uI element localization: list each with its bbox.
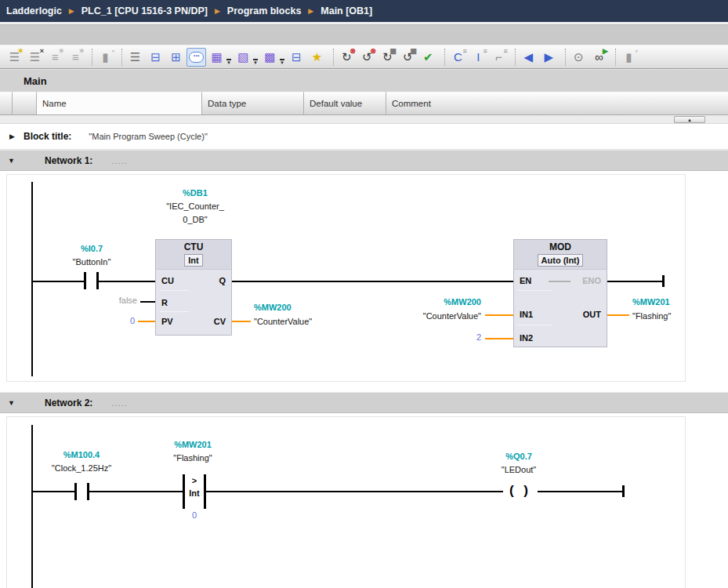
toolbar-separator — [89, 49, 92, 66]
power-rail — [31, 182, 33, 376]
column-header-name[interactable]: Name — [37, 92, 202, 115]
breadcrumb-arrow-icon: ▶ — [69, 7, 74, 15]
synchronize-block-calls-icon[interactable]: ↺▦ — [398, 48, 418, 67]
delete-network-icon[interactable]: ☰× — [25, 48, 45, 67]
mod-in1-operand[interactable]: %MW200 "CounterValue" — [352, 295, 481, 323]
toolbar-separator — [512, 49, 516, 66]
empty-toolbar-band — [0, 25, 728, 45]
compare-value[interactable]: 0 — [185, 509, 204, 522]
compare-operator[interactable]: > — [185, 475, 204, 487]
ctu-counter-block[interactable]: CTU Int CU Q R PV CV — [155, 239, 232, 336]
header-cell-empty-2 — [13, 92, 37, 115]
load-snapshot-icon[interactable]: ▮◦ — [619, 48, 639, 67]
ctu-pin-pv[interactable]: PV — [161, 317, 173, 327]
wire-orange — [607, 314, 629, 316]
contact-symbol[interactable] — [84, 272, 86, 289]
wire-orange — [138, 321, 155, 322]
breadcrumb-item-main-ob1[interactable]: Main [OB1] — [321, 5, 372, 16]
close-all-networks-icon[interactable]: ⊞ — [166, 48, 186, 67]
block-title-value[interactable]: "Main Program Sweep (Cycle)" — [89, 132, 207, 141]
navigate-backward-icon[interactable]: ◀ — [519, 48, 538, 67]
navigate-forward-icon[interactable]: ▶ — [539, 48, 559, 67]
expand-arrow-icon[interactable]: ▶ — [9, 132, 20, 140]
network1-comment-placeholder[interactable]: ..... — [111, 156, 127, 165]
contact-symbol[interactable] — [74, 483, 77, 500]
compare-type[interactable]: Int — [185, 488, 204, 499]
column-header-data-type[interactable]: Data type — [202, 92, 304, 115]
close-branch-icon[interactable]: ▩ — [260, 48, 280, 67]
collapse-interface-button[interactable]: ▲ — [674, 116, 705, 123]
mod-pin-eno[interactable]: ENO — [582, 276, 601, 286]
wire — [538, 491, 624, 492]
block-title-row[interactable]: ▶ Block title: "Main Program Sweep (Cycl… — [0, 124, 728, 150]
eno-dash — [549, 281, 570, 282]
toggle-network-comments-icon[interactable]: ··· — [187, 48, 206, 67]
mod-in2-value[interactable]: 2 — [415, 331, 481, 344]
wire — [607, 281, 664, 282]
mod-pin-out[interactable]: OUT — [583, 310, 601, 320]
update-block-call-icon[interactable]: ↻▦ — [378, 48, 397, 67]
ctu-pin-cu[interactable]: CU — [161, 276, 174, 286]
wire — [206, 491, 503, 492]
call-structure-icon[interactable]: C≡ — [448, 48, 468, 67]
insert-empty-box-icon[interactable]: ▦ — [207, 48, 226, 67]
coil-ledout-operand[interactable]: %Q0.7 "LEDout" — [476, 450, 562, 477]
breadcrumb: Ladderlogic ▶ PLC_1 [CPU 1516-3 PN/DP] ▶… — [0, 0, 728, 22]
power-rail — [31, 425, 33, 588]
goto-previous-error-icon[interactable]: ↻⊗ — [337, 48, 357, 67]
network2-comment-placeholder[interactable]: ..... — [111, 398, 127, 408]
ctu-pin-r[interactable]: R — [161, 298, 168, 308]
mod-pin-en[interactable]: EN — [520, 276, 531, 286]
assignment-list-icon[interactable]: I≡ — [469, 48, 488, 67]
ctu-r-value[interactable]: false — [85, 294, 137, 307]
network2-canvas[interactable]: %M100.4 "Clock_1.25Hz" %MW201 "Flashing"… — [6, 416, 686, 588]
append-row-icon[interactable]: ≡✶ — [66, 48, 85, 67]
toolbar: ☰✶☰×≡✶≡✶▮◦☰⊟⊞···▦▼▧▼▩▼⊟★↻⊗↺⊗↻▦↺▦✔C≡I≡⌐≡◀… — [0, 45, 728, 69]
collapse-arrow-icon[interactable]: ▼ — [8, 399, 19, 407]
mod-out-operand[interactable]: %MW201 "Flashing" — [632, 295, 726, 323]
mod-pin-in1[interactable]: IN1 — [520, 310, 533, 320]
network2-header[interactable]: ▼ Network 2: ..... — [0, 392, 728, 413]
mod-pin-in2[interactable]: IN2 — [520, 333, 533, 343]
rung-end-tick — [622, 485, 625, 497]
pin-separator — [517, 290, 552, 291]
keep-actual-values-icon[interactable]: ▮◦ — [96, 48, 115, 67]
collapse-arrow-icon[interactable]: ▼ — [8, 157, 19, 165]
breadcrumb-arrow-icon: ▶ — [308, 7, 313, 15]
mod-block[interactable]: MOD Auto (Int) EN ENO IN1 IN2 OUT — [513, 239, 607, 347]
breadcrumb-item-project[interactable]: Ladderlogic — [6, 5, 62, 16]
wire — [140, 301, 155, 303]
find-replace-icon[interactable]: ⊙ — [569, 48, 589, 67]
compare-operand[interactable]: %MW201 "Flashing" — [150, 438, 236, 465]
insert-row-icon[interactable]: ≡✶ — [45, 48, 65, 67]
contact-clock-operand[interactable]: %M100.4 "Clock_1.25Hz" — [38, 448, 125, 475]
contact-buttonin-operand[interactable]: %I0.7 "ButtonIn" — [54, 242, 129, 269]
close-branch-dropdown-icon[interactable]: ▼ — [280, 59, 284, 68]
ctu-pin-cv[interactable]: CV — [214, 317, 226, 327]
network1-header[interactable]: ▼ Network 1: ..... — [0, 150, 728, 171]
insert-open-branch-dropdown-icon[interactable]: ▼ — [253, 59, 258, 68]
insert-open-branch-icon[interactable]: ▧ — [234, 48, 253, 67]
mod-mode-dropdown[interactable]: Auto (Int) — [538, 254, 584, 267]
add-to-favorites-icon[interactable]: ★ — [307, 48, 327, 67]
ctu-type-dropdown[interactable]: Int — [184, 254, 202, 267]
open-all-networks-icon[interactable]: ⊟ — [146, 48, 165, 67]
coil-symbol[interactable]: ( ) — [503, 483, 538, 499]
breadcrumb-item-plc[interactable]: PLC_1 [CPU 1516-3 PN/DP] — [81, 5, 208, 16]
dependency-structure-icon[interactable]: ⌐≡ — [489, 48, 509, 67]
check-block-consistency-icon[interactable]: ✔ — [418, 48, 438, 67]
network1-canvas[interactable]: %DB1 "IEC_Counter_ 0_DB" %I0.7 "ButtonIn… — [6, 174, 686, 382]
network-overview-icon[interactable]: ☰ — [125, 48, 145, 67]
toggle-monitoring-icon[interactable]: ∞▶ — [589, 48, 609, 67]
insert-network-icon[interactable]: ☰✶ — [5, 48, 24, 67]
goto-next-error-icon[interactable]: ↺⊗ — [357, 48, 377, 67]
column-header-comment[interactable]: Comment — [386, 92, 728, 115]
breadcrumb-item-program-blocks[interactable]: Program blocks — [227, 5, 301, 16]
toolbar-separator — [612, 49, 616, 66]
ctu-pv-value[interactable]: 0 — [99, 314, 135, 328]
ctu-pin-q[interactable]: Q — [219, 276, 226, 286]
insert-empty-box-dropdown-icon[interactable]: ▼ — [226, 59, 231, 68]
column-header-default-value[interactable]: Default value — [304, 92, 386, 115]
insert-comment-icon[interactable]: ⊟ — [287, 48, 306, 67]
ctu-instance-db-operand[interactable]: %DB1 "IEC_Counter_ 0_DB" — [140, 187, 250, 227]
